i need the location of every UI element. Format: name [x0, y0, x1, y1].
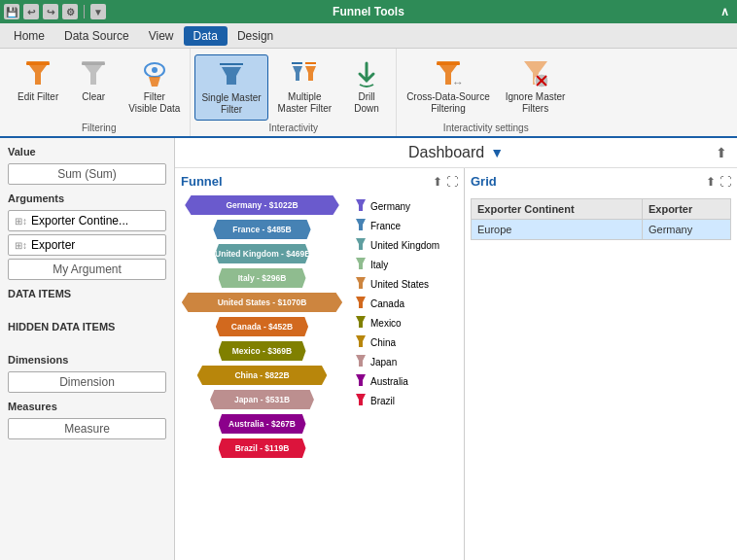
- title-bar: 💾 ↩ ↪ ⚙ ▼ Funnel Tools ∧: [0, 0, 737, 23]
- dashboard-area: Dashboard ▼ ⬆ Funnel ⬆ ⛶ Germany - $1022…: [175, 138, 737, 560]
- funnel-bar-row-3[interactable]: Italy - $296B: [181, 267, 343, 289]
- ignore-master-icon: [520, 58, 551, 89]
- legend-item-5[interactable]: Canada: [355, 296, 454, 312]
- legend-label-1: France: [370, 221, 401, 231]
- funnel-bar-row-6[interactable]: Mexico - $369B: [181, 340, 343, 362]
- custom-icon[interactable]: ⚙: [62, 4, 78, 19]
- funnel-bar-row-7[interactable]: China - $822B: [181, 365, 343, 386]
- menu-home[interactable]: Home: [4, 26, 54, 46]
- grid-row-0[interactable]: EuropeGermany: [472, 220, 731, 240]
- funnel-bar-9: Australia - $267B: [219, 414, 306, 434]
- menu-data[interactable]: Data: [184, 26, 228, 46]
- legend-item-2[interactable]: United Kingdom: [355, 237, 454, 254]
- measure-button[interactable]: Measure: [8, 418, 166, 439]
- funnel-panel-icons: ⬆ ⛶: [433, 175, 458, 189]
- svg-rect-3: [82, 62, 105, 65]
- funnel-panel-header: Funnel ⬆ ⛶: [181, 174, 458, 189]
- multi-master-button[interactable]: MultipleMaster Filter: [272, 54, 338, 119]
- dimensions-title: Dimensions: [8, 354, 166, 366]
- my-argument-button[interactable]: My Argument: [8, 259, 166, 280]
- menu-view[interactable]: View: [139, 26, 184, 46]
- funnel-bar-row-4[interactable]: United States - $1070B: [181, 292, 343, 313]
- funnel-bar-row-10[interactable]: Brazil - $119B: [181, 438, 343, 459]
- legend-item-4[interactable]: United States: [355, 276, 454, 293]
- funnel-bar-row-0[interactable]: Germany - $1022B: [181, 194, 343, 216]
- funnel-bar-row-9[interactable]: Australia - $267B: [181, 413, 343, 435]
- dimension-button[interactable]: Dimension: [8, 371, 166, 393]
- funnel-bar-label-3: Italy - $296B: [238, 273, 287, 283]
- svg-marker-25: [356, 297, 366, 308]
- single-master-icon: [216, 59, 247, 90]
- arg-icon-1: ⊞↕: [15, 216, 27, 227]
- expand-icon[interactable]: ▼: [90, 4, 106, 19]
- funnel-bar-label-1: France - $485B: [232, 225, 291, 234]
- value-section-title: Value: [8, 146, 166, 158]
- funnel-bar-row-8[interactable]: Japan - $531B: [181, 389, 343, 410]
- single-master-button[interactable]: Single MasterFilter: [194, 54, 267, 121]
- grid-panel-icons: ⬆ ⛶: [706, 175, 731, 189]
- collapse-icon[interactable]: ∧: [717, 5, 733, 18]
- save-icon[interactable]: 💾: [4, 4, 19, 19]
- legend-item-9[interactable]: Australia: [355, 373, 454, 390]
- arg-exporter-continent[interactable]: ⊞↕ Exporter Contine...: [8, 210, 166, 231]
- drill-down-button[interactable]: DrillDown: [341, 54, 392, 119]
- data-items-title: DATA ITEMS: [8, 288, 166, 299]
- ignore-master-button[interactable]: Ignore MasterFilters: [500, 54, 572, 119]
- legend-icon-1: [355, 218, 367, 234]
- svg-text:↔: ↔: [452, 76, 462, 88]
- grid-expand-icon[interactable]: ⛶: [719, 175, 731, 189]
- dashboard-export-icon[interactable]: ⬆: [716, 145, 727, 160]
- funnel-bar-6: Mexico - $369B: [219, 341, 306, 361]
- funnel-bar-5: Canada - $452B: [216, 317, 308, 336]
- title-bar-icons: 💾 ↩ ↪ ⚙ ▼: [4, 4, 106, 19]
- dashboard-header: Dashboard ▼ ⬆: [175, 138, 737, 168]
- funnel-bar-3: Italy - $296B: [219, 268, 306, 288]
- funnel-bar-row-2[interactable]: United Kingdom - $469B: [181, 243, 343, 264]
- svg-marker-21: [356, 219, 366, 230]
- funnel-bars: Germany - $1022BFrance - $485BUnited Kin…: [181, 194, 343, 554]
- legend-item-6[interactable]: Mexico: [355, 315, 454, 332]
- legend-item-8[interactable]: Japan: [355, 354, 454, 370]
- grid-col-continent: Exporter Continent: [472, 199, 643, 220]
- legend-label-6: Mexico: [370, 318, 402, 329]
- cross-filter-button[interactable]: ↔ Cross-Data-SourceFiltering: [401, 54, 496, 119]
- legend-item-1[interactable]: France: [355, 218, 454, 234]
- clear-button[interactable]: Clear: [68, 54, 119, 107]
- funnel-bar-label-0: Germany - $1022B: [226, 200, 298, 210]
- clear-icon: [78, 58, 109, 89]
- funnel-bar-label-4: United States - $1070B: [218, 298, 307, 307]
- undo-icon[interactable]: ↩: [23, 4, 39, 19]
- edit-filter-button[interactable]: Edit Filter: [12, 54, 64, 107]
- svg-marker-22: [356, 238, 366, 250]
- main-content: Value Sum (Sum) Arguments ⊞↕ Exporter Co…: [0, 138, 737, 560]
- legend-item-3[interactable]: Italy: [355, 257, 454, 273]
- legend-item-0[interactable]: Germany: [355, 198, 454, 215]
- interactivity-settings-label: Interactivity settings: [443, 122, 529, 136]
- filter-visible-button[interactable]: FilterVisible Data: [123, 54, 186, 119]
- funnel-export-icon[interactable]: ⬆: [433, 175, 442, 189]
- value-input[interactable]: Sum (Sum): [8, 163, 166, 185]
- svg-rect-7: [220, 63, 243, 65]
- arg-exporter-continent-label: Exporter Contine...: [31, 214, 128, 228]
- menu-design[interactable]: Design: [228, 26, 283, 46]
- funnel-bar-row-5[interactable]: Canada - $452B: [181, 316, 343, 337]
- menu-datasource[interactable]: Data Source: [54, 26, 139, 46]
- funnel-bar-row-1[interactable]: France - $485B: [181, 219, 343, 240]
- svg-rect-1: [26, 62, 50, 65]
- svg-marker-28: [356, 355, 366, 367]
- legend-item-7[interactable]: China: [355, 334, 454, 351]
- legend-item-10[interactable]: Brazil: [355, 393, 454, 409]
- measures-title: Measures: [8, 401, 166, 412]
- redo-icon[interactable]: ↪: [43, 4, 58, 19]
- funnel-bar-4: United States - $1070B: [182, 293, 342, 312]
- arg-exporter[interactable]: ⊞↕ Exporter: [8, 234, 166, 256]
- svg-marker-8: [222, 67, 241, 85]
- legend-icon-4: [355, 276, 367, 293]
- svg-marker-20: [356, 199, 366, 211]
- funnel-expand-icon[interactable]: ⛶: [446, 175, 458, 189]
- legend-icon-8: [355, 354, 367, 370]
- app-title: Funnel Tools: [333, 5, 404, 18]
- legend-label-3: Italy: [370, 260, 388, 270]
- left-panel: Value Sum (Sum) Arguments ⊞↕ Exporter Co…: [0, 138, 175, 560]
- grid-export-icon[interactable]: ⬆: [706, 175, 716, 189]
